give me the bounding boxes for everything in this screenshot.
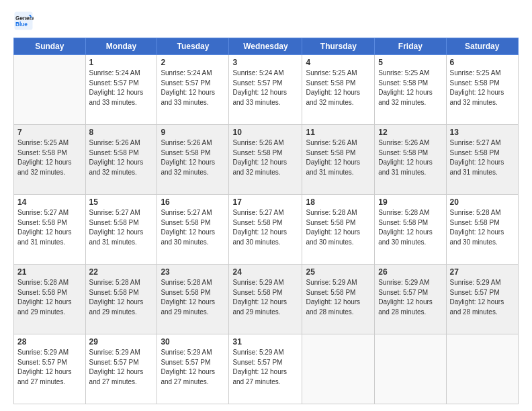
calendar-header-wednesday: Wednesday [229, 38, 302, 55]
calendar-cell: 25Sunrise: 5:29 AM Sunset: 5:58 PM Dayli… [302, 265, 375, 334]
calendar-week-row: 7Sunrise: 5:25 AM Sunset: 5:58 PM Daylig… [14, 125, 519, 195]
calendar-cell: 17Sunrise: 5:27 AM Sunset: 5:58 PM Dayli… [229, 195, 302, 265]
calendar-cell: 19Sunrise: 5:28 AM Sunset: 5:58 PM Dayli… [375, 195, 446, 265]
calendar-cell: 1Sunrise: 5:24 AM Sunset: 5:57 PM Daylig… [85, 55, 157, 125]
day-info: Sunrise: 5:28 AM Sunset: 5:58 PM Dayligh… [89, 278, 154, 317]
day-number: 23 [161, 267, 225, 277]
calendar-cell: 26Sunrise: 5:29 AM Sunset: 5:57 PM Dayli… [375, 265, 446, 334]
calendar-cell: 20Sunrise: 5:28 AM Sunset: 5:58 PM Dayli… [446, 195, 518, 265]
day-number: 5 [378, 58, 442, 67]
calendar-table: SundayMondayTuesdayWednesdayThursdayFrid… [13, 38, 519, 404]
day-info: Sunrise: 5:28 AM Sunset: 5:58 PM Dayligh… [306, 208, 371, 247]
header: General Blue [13, 11, 519, 31]
day-number: 12 [378, 128, 442, 137]
calendar-cell: 24Sunrise: 5:29 AM Sunset: 5:58 PM Dayli… [229, 265, 302, 334]
calendar-header-row: SundayMondayTuesdayWednesdayThursdayFrid… [14, 38, 519, 55]
calendar-cell: 3Sunrise: 5:24 AM Sunset: 5:57 PM Daylig… [229, 55, 302, 125]
day-number: 25 [306, 267, 371, 277]
day-info: Sunrise: 5:26 AM Sunset: 5:58 PM Dayligh… [232, 138, 298, 177]
calendar-cell: 27Sunrise: 5:29 AM Sunset: 5:57 PM Dayli… [446, 265, 518, 334]
calendar-cell: 15Sunrise: 5:27 AM Sunset: 5:58 PM Dayli… [85, 195, 157, 265]
day-info: Sunrise: 5:29 AM Sunset: 5:57 PM Dayligh… [17, 348, 82, 387]
day-info: Sunrise: 5:29 AM Sunset: 5:57 PM Dayligh… [161, 348, 225, 387]
calendar-cell: 10Sunrise: 5:26 AM Sunset: 5:58 PM Dayli… [229, 125, 302, 195]
calendar-cell: 30Sunrise: 5:29 AM Sunset: 5:57 PM Dayli… [157, 334, 229, 404]
day-number: 31 [232, 337, 298, 347]
calendar-week-row: 21Sunrise: 5:28 AM Sunset: 5:58 PM Dayli… [14, 265, 519, 334]
calendar-cell: 22Sunrise: 5:28 AM Sunset: 5:58 PM Dayli… [85, 265, 157, 334]
svg-text:Blue: Blue [15, 21, 28, 28]
calendar-header-saturday: Saturday [446, 38, 518, 55]
calendar-cell: 5Sunrise: 5:25 AM Sunset: 5:58 PM Daylig… [375, 55, 446, 125]
day-number: 7 [17, 128, 82, 137]
day-info: Sunrise: 5:25 AM Sunset: 5:58 PM Dayligh… [378, 68, 442, 107]
calendar-cell: 16Sunrise: 5:27 AM Sunset: 5:58 PM Dayli… [157, 195, 229, 265]
day-info: Sunrise: 5:29 AM Sunset: 5:57 PM Dayligh… [232, 348, 298, 387]
day-info: Sunrise: 5:24 AM Sunset: 5:57 PM Dayligh… [161, 68, 225, 107]
calendar-week-row: 28Sunrise: 5:29 AM Sunset: 5:57 PM Dayli… [14, 334, 519, 404]
day-info: Sunrise: 5:27 AM Sunset: 5:58 PM Dayligh… [450, 138, 515, 177]
day-info: Sunrise: 5:27 AM Sunset: 5:58 PM Dayligh… [161, 208, 225, 247]
day-info: Sunrise: 5:25 AM Sunset: 5:58 PM Dayligh… [17, 138, 82, 177]
day-number: 30 [161, 337, 225, 347]
calendar-cell: 6Sunrise: 5:25 AM Sunset: 5:58 PM Daylig… [446, 55, 518, 125]
calendar-cell: 29Sunrise: 5:29 AM Sunset: 5:57 PM Dayli… [85, 334, 157, 404]
day-info: Sunrise: 5:29 AM Sunset: 5:58 PM Dayligh… [232, 278, 298, 317]
calendar-week-row: 14Sunrise: 5:27 AM Sunset: 5:58 PM Dayli… [14, 195, 519, 265]
calendar-header-monday: Monday [85, 38, 157, 55]
day-info: Sunrise: 5:25 AM Sunset: 5:58 PM Dayligh… [306, 68, 371, 107]
calendar-header-thursday: Thursday [302, 38, 375, 55]
day-number: 2 [161, 58, 225, 67]
calendar-header-friday: Friday [375, 38, 446, 55]
day-number: 28 [17, 337, 82, 347]
logo: General Blue [13, 11, 36, 31]
day-info: Sunrise: 5:28 AM Sunset: 5:58 PM Dayligh… [450, 208, 515, 247]
day-info: Sunrise: 5:26 AM Sunset: 5:58 PM Dayligh… [378, 138, 442, 177]
day-number: 3 [232, 58, 298, 67]
day-info: Sunrise: 5:25 AM Sunset: 5:58 PM Dayligh… [450, 68, 515, 107]
day-number: 27 [450, 267, 515, 277]
day-info: Sunrise: 5:29 AM Sunset: 5:57 PM Dayligh… [378, 278, 442, 317]
calendar-cell [302, 334, 375, 404]
calendar-cell [375, 334, 446, 404]
day-info: Sunrise: 5:29 AM Sunset: 5:57 PM Dayligh… [89, 348, 154, 387]
day-number: 19 [378, 197, 442, 207]
calendar-cell: 2Sunrise: 5:24 AM Sunset: 5:57 PM Daylig… [157, 55, 229, 125]
logo-icon: General Blue [13, 11, 34, 31]
day-number: 10 [232, 128, 298, 137]
day-number: 17 [232, 197, 298, 207]
day-number: 4 [306, 58, 371, 67]
calendar-cell: 23Sunrise: 5:28 AM Sunset: 5:58 PM Dayli… [157, 265, 229, 334]
day-info: Sunrise: 5:24 AM Sunset: 5:57 PM Dayligh… [232, 68, 298, 107]
day-number: 11 [306, 128, 371, 137]
day-info: Sunrise: 5:28 AM Sunset: 5:58 PM Dayligh… [161, 278, 225, 317]
day-number: 9 [161, 128, 225, 137]
calendar-cell: 21Sunrise: 5:28 AM Sunset: 5:58 PM Dayli… [14, 265, 86, 334]
day-info: Sunrise: 5:28 AM Sunset: 5:58 PM Dayligh… [17, 278, 82, 317]
day-number: 1 [89, 58, 154, 67]
calendar-cell: 31Sunrise: 5:29 AM Sunset: 5:57 PM Dayli… [229, 334, 302, 404]
day-number: 18 [306, 197, 371, 207]
day-number: 15 [89, 197, 154, 207]
day-info: Sunrise: 5:27 AM Sunset: 5:58 PM Dayligh… [89, 208, 154, 247]
calendar-cell: 14Sunrise: 5:27 AM Sunset: 5:58 PM Dayli… [14, 195, 86, 265]
day-info: Sunrise: 5:28 AM Sunset: 5:58 PM Dayligh… [378, 208, 442, 247]
day-number: 16 [161, 197, 225, 207]
calendar-cell: 28Sunrise: 5:29 AM Sunset: 5:57 PM Dayli… [14, 334, 86, 404]
day-info: Sunrise: 5:24 AM Sunset: 5:57 PM Dayligh… [89, 68, 154, 107]
day-number: 13 [450, 128, 515, 137]
day-number: 8 [89, 128, 154, 137]
calendar-cell: 7Sunrise: 5:25 AM Sunset: 5:58 PM Daylig… [14, 125, 86, 195]
calendar-cell: 8Sunrise: 5:26 AM Sunset: 5:58 PM Daylig… [85, 125, 157, 195]
calendar-cell: 11Sunrise: 5:26 AM Sunset: 5:58 PM Dayli… [302, 125, 375, 195]
calendar-cell: 9Sunrise: 5:26 AM Sunset: 5:58 PM Daylig… [157, 125, 229, 195]
day-number: 14 [17, 197, 82, 207]
calendar-week-row: 1Sunrise: 5:24 AM Sunset: 5:57 PM Daylig… [14, 55, 519, 125]
day-info: Sunrise: 5:29 AM Sunset: 5:58 PM Dayligh… [306, 278, 371, 317]
day-info: Sunrise: 5:26 AM Sunset: 5:58 PM Dayligh… [306, 138, 371, 177]
day-number: 24 [232, 267, 298, 277]
day-info: Sunrise: 5:29 AM Sunset: 5:57 PM Dayligh… [450, 278, 515, 317]
calendar-header-tuesday: Tuesday [157, 38, 229, 55]
calendar-header-sunday: Sunday [14, 38, 86, 55]
calendar-cell: 4Sunrise: 5:25 AM Sunset: 5:58 PM Daylig… [302, 55, 375, 125]
